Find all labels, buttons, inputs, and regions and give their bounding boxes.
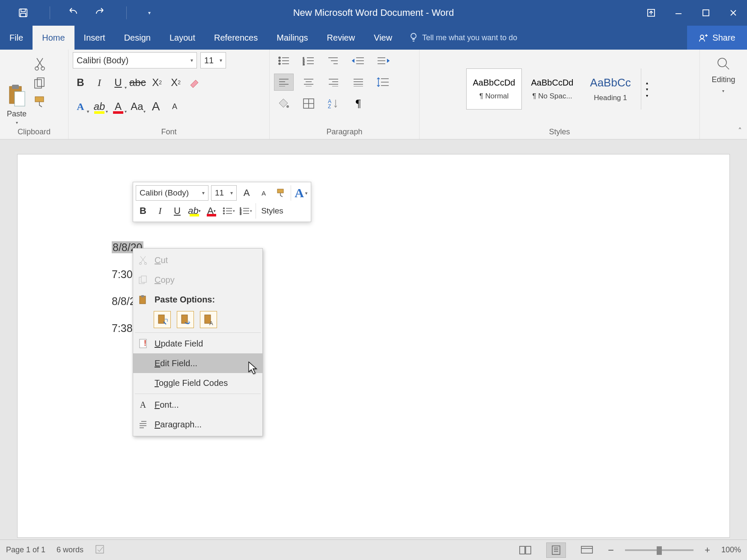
zoom-out-button[interactable]: −: [608, 544, 614, 556]
mini-size-combo[interactable]: 11▾: [211, 185, 237, 201]
tell-me-search[interactable]: Tell me what you want to do: [402, 26, 687, 50]
status-words[interactable]: 6 words: [57, 545, 83, 554]
mini-styles-button[interactable]: A▾: [294, 185, 308, 201]
ctx-update-field[interactable]: ! Update Field: [133, 334, 262, 353]
svg-text:A: A: [209, 320, 213, 326]
undo-icon[interactable]: [67, 8, 77, 18]
mini-italic-button[interactable]: I: [153, 203, 167, 219]
font-color-button[interactable]: A▾: [110, 97, 126, 116]
style-no-spacing[interactable]: AaBbCcDd ¶ No Spac...: [524, 68, 580, 110]
paste-merge-formatting-icon[interactable]: [177, 311, 194, 328]
view-web-layout-icon[interactable]: [577, 542, 597, 558]
font-icon: A: [137, 400, 149, 410]
clear-formatting-button[interactable]: [187, 73, 202, 92]
ribbon-display-options-icon[interactable]: [637, 0, 665, 26]
underline-button[interactable]: U▾: [110, 73, 126, 92]
save-icon[interactable]: [18, 8, 28, 18]
mini-font-color-button[interactable]: A▾: [204, 203, 219, 219]
bold-button[interactable]: B: [73, 73, 88, 92]
mini-font-combo[interactable]: Calibri (Body)▾: [136, 185, 208, 201]
paste-keep-source-icon[interactable]: [154, 311, 171, 328]
change-case-button[interactable]: Aa▾: [129, 97, 145, 116]
svg-point-25: [718, 58, 726, 67]
zoom-in-button[interactable]: +: [705, 545, 710, 556]
collapse-ribbon-icon[interactable]: ˄: [738, 126, 742, 136]
mini-styles-label[interactable]: Styles: [259, 203, 286, 219]
tab-design[interactable]: Design: [115, 26, 160, 50]
qat-customize-icon[interactable]: ▾: [148, 10, 151, 16]
ctx-edit-field[interactable]: Edit Field...: [133, 353, 262, 373]
editing-button[interactable]: Editing ▾: [705, 52, 741, 98]
line-spacing-button[interactable]: [373, 74, 393, 91]
share-button[interactable]: Share: [687, 26, 747, 50]
paste-button[interactable]: Paste ▾: [4, 52, 29, 125]
tab-mailings[interactable]: Mailings: [267, 26, 317, 50]
strikethrough-button[interactable]: abc: [129, 73, 146, 92]
superscript-button[interactable]: X2: [168, 73, 184, 92]
style-heading-1[interactable]: AaBbCc Heading 1: [583, 68, 638, 110]
font-size-combo[interactable]: 11▾: [200, 52, 226, 68]
shrink-font-button[interactable]: A: [167, 97, 182, 116]
zoom-level[interactable]: 100%: [721, 545, 741, 554]
paste-text-only-icon[interactable]: A: [200, 311, 217, 328]
view-read-mode-icon[interactable]: [515, 542, 535, 558]
ctx-paragraph[interactable]: Paragraph...: [133, 415, 262, 434]
tab-view[interactable]: View: [364, 26, 402, 50]
copy-icon[interactable]: [34, 77, 46, 90]
styles-gallery[interactable]: AaBbCcDd ¶ Normal AaBbCcDd ¶ No Spac... …: [466, 68, 653, 110]
text-effects-button[interactable]: A▾: [73, 97, 88, 116]
align-left-button[interactable]: [274, 74, 294, 91]
bullets-button[interactable]: [274, 52, 294, 69]
tab-review[interactable]: Review: [318, 26, 365, 50]
decrease-indent-button[interactable]: [348, 52, 368, 69]
paste-icon: [137, 294, 149, 305]
svg-rect-47: [526, 546, 531, 554]
highlight-button[interactable]: ab▾: [92, 97, 107, 116]
redo-icon[interactable]: [95, 8, 105, 18]
tab-references[interactable]: References: [205, 26, 267, 50]
group-label-font: Font: [73, 126, 265, 139]
shading-button[interactable]: [274, 95, 294, 112]
cut-icon[interactable]: [34, 57, 45, 71]
justify-button[interactable]: [348, 74, 368, 91]
sort-button[interactable]: AZ: [324, 95, 343, 112]
numbering-button[interactable]: 123: [299, 52, 318, 69]
mini-bold-button[interactable]: B: [136, 203, 150, 219]
tab-file[interactable]: File: [0, 26, 33, 50]
mini-highlight-button[interactable]: ab▾: [187, 203, 202, 219]
increase-indent-button[interactable]: [373, 52, 393, 69]
document-canvas[interactable]: 8/8/20 7:30 AM 8/8/2022 7:38 AM: [17, 154, 730, 538]
mini-underline-button[interactable]: U: [170, 203, 185, 219]
style-normal[interactable]: AaBbCcDd ¶ Normal: [466, 68, 522, 110]
mini-format-painter-icon[interactable]: [274, 185, 288, 201]
italic-button[interactable]: I: [92, 73, 107, 92]
align-right-button[interactable]: [324, 74, 343, 91]
mini-grow-font-button[interactable]: A: [239, 185, 254, 201]
ctx-paste-options-header: Paste Options:: [133, 290, 262, 309]
grow-font-button[interactable]: A: [148, 97, 164, 116]
zoom-slider[interactable]: [625, 549, 693, 551]
tab-layout[interactable]: Layout: [160, 26, 205, 50]
align-center-button[interactable]: [299, 74, 318, 91]
status-proofing-icon[interactable]: [95, 543, 106, 557]
tab-home[interactable]: Home: [33, 26, 74, 50]
styles-more-icon[interactable]: ▴▾▾: [641, 68, 653, 110]
find-icon: [716, 56, 731, 71]
multilevel-list-button[interactable]: [324, 52, 343, 69]
show-hide-button[interactable]: ¶: [348, 95, 368, 112]
maximize-icon[interactable]: [692, 0, 720, 26]
ctx-toggle-field-codes[interactable]: Toggle Field Codes: [133, 373, 262, 393]
mini-shrink-font-button[interactable]: A: [256, 185, 271, 201]
minimize-icon[interactable]: [665, 0, 692, 26]
font-name-combo[interactable]: Calibri (Body)▾: [73, 52, 197, 68]
borders-button[interactable]: [299, 95, 318, 112]
close-icon[interactable]: [720, 0, 747, 26]
view-print-layout-icon[interactable]: [546, 542, 566, 558]
format-painter-icon[interactable]: [33, 96, 46, 108]
mini-bullets-button[interactable]: ▾: [221, 203, 236, 219]
subscript-button[interactable]: X2: [149, 73, 165, 92]
tab-insert[interactable]: Insert: [74, 26, 115, 50]
mini-numbering-button[interactable]: 123▾: [238, 203, 253, 219]
ctx-font[interactable]: A Font...: [133, 395, 262, 415]
status-page[interactable]: Page 1 of 1: [6, 545, 45, 554]
